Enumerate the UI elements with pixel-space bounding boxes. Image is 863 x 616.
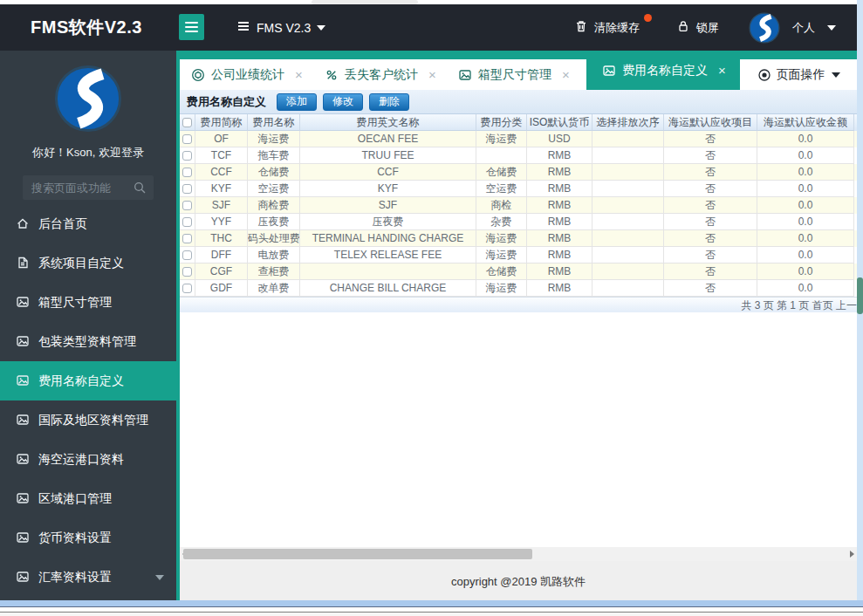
sidebar-toggle-button[interactable] (179, 14, 204, 40)
table-cell: RMB (527, 147, 592, 164)
table-cell: 0.0 (757, 214, 854, 230)
row-checkbox[interactable] (180, 280, 195, 297)
toolbar-button[interactable]: 删除 (369, 93, 409, 111)
home-icon (16, 216, 31, 231)
window-top-strip (0, 0, 863, 4)
bars-icon (236, 19, 250, 36)
tab-close-icon[interactable]: × (295, 68, 303, 81)
image-icon (16, 334, 31, 349)
row-checkbox[interactable] (180, 230, 195, 247)
column-header[interactable]: 费用英文名称 (300, 114, 476, 131)
toolbar-title: 费用名称自定义 (187, 94, 266, 110)
sidebar-item-label: 海空运港口资料 (38, 452, 124, 468)
page-operations-button[interactable]: 页面操作 (737, 59, 857, 90)
image-icon (16, 491, 31, 506)
table-cell: 0.0 (757, 131, 854, 147)
sidebar-item[interactable]: 区域港口管理 (0, 479, 176, 518)
table-cell: CGF (195, 264, 248, 280)
sidebar-item-label: 后台首页 (38, 216, 87, 232)
cube-icon (191, 68, 205, 82)
image-icon (458, 68, 472, 82)
table-cell: OECAN FEE (300, 131, 476, 147)
table-row[interactable]: GDF改单费CHANGE BILL CHARGE海运费RMB否0.0 (180, 280, 857, 297)
user-menu-dropdown[interactable]: 个人 (792, 20, 836, 36)
sidebar-item[interactable]: 后台首页 (0, 204, 176, 243)
table-cell: RMB (527, 181, 592, 197)
horizontal-scrollbar-thumb[interactable] (183, 549, 532, 559)
table-row[interactable]: OF海运费OECAN FEE海运费USD否0.0 (180, 131, 857, 147)
lock-screen-button[interactable]: 锁屏 (676, 19, 719, 36)
column-header[interactable]: 费用简称 (195, 114, 248, 131)
scroll-right-arrow-icon[interactable] (850, 551, 854, 558)
horizontal-scrollbar[interactable] (180, 547, 857, 561)
tab-close-icon[interactable]: × (718, 64, 726, 77)
tab[interactable]: 丢失客户统计× (325, 59, 436, 90)
column-header[interactable]: ISO默认货币 (527, 114, 592, 131)
column-header[interactable]: 费用分类 (476, 114, 527, 131)
table-row[interactable]: THC码头处理费TERMINAL HANDING CHARGE海运费RMB否0.… (180, 230, 857, 247)
row-checkbox[interactable] (180, 264, 195, 280)
radio-icon (757, 68, 771, 81)
table-cell: RMB (527, 197, 592, 214)
table-cell: DFF (195, 247, 248, 264)
pagination-bar[interactable]: 共 3 页 第 1 页 首页 上一 (180, 297, 857, 312)
pagination-text[interactable]: 共 3 页 第 1 页 首页 上一 (741, 299, 857, 311)
column-header[interactable]: 海运默认应收项目 (664, 114, 757, 131)
tab-close-icon[interactable]: × (428, 68, 436, 81)
row-checkbox[interactable] (180, 147, 195, 164)
chevron-down-icon (155, 575, 164, 580)
sidebar-item-label: 箱型尺寸管理 (38, 295, 112, 311)
table-row[interactable]: KYF空运费KYF空运费RMB否0.0 (180, 181, 857, 197)
search-icon (133, 181, 147, 198)
tab-label: 费用名称自定义 (622, 63, 708, 79)
table-row[interactable]: TCF拖车费TRUU FEERMB否0.0 (180, 147, 857, 164)
table-row[interactable]: DFF电放费TELEX RELEASE FEE海运费RMB否0.0 (180, 247, 857, 264)
chevron-down-icon (832, 72, 840, 78)
sidebar-item[interactable]: 包装类型资料管理 (0, 322, 176, 361)
table-cell: 0.0 (757, 280, 854, 297)
column-header[interactable]: 费用名称 (248, 114, 300, 131)
table-cell: 否 (664, 214, 757, 230)
table-cell: 查柜费 (248, 264, 300, 280)
row-checkbox[interactable] (180, 164, 195, 181)
toolbar-button[interactable]: 添加 (277, 93, 317, 111)
tab-label: 公司业绩统计 (211, 67, 284, 83)
sidebar-item[interactable]: 汇率资料设置 (0, 558, 176, 597)
sidebar-item-label: 区域港口管理 (38, 491, 112, 507)
notification-dot (644, 14, 652, 22)
row-checkbox[interactable] (180, 247, 195, 264)
row-checkbox[interactable] (180, 214, 195, 230)
table-cell (592, 164, 664, 181)
user-avatar-logo (749, 12, 780, 44)
window-right-edge (857, 0, 863, 607)
table-row[interactable]: SJF商检费SJF商检RMB否0.0 (180, 197, 857, 214)
select-all-checkbox[interactable] (180, 114, 195, 131)
tab[interactable]: 公司业绩统计× (191, 59, 303, 90)
column-header[interactable]: 选择排放次序 (592, 114, 664, 131)
column-header[interactable]: 海运默认应收金额 (757, 114, 854, 131)
table-row[interactable]: CGF查柜费仓储费RMB否0.0 (180, 264, 857, 280)
row-checkbox[interactable] (180, 181, 195, 197)
sidebar-item[interactable]: 海空运港口资料 (0, 440, 176, 479)
sidebar-item[interactable]: 箱型尺寸管理 (0, 283, 176, 322)
clear-cache-button[interactable]: 清除缓存 (574, 19, 640, 36)
nav-menu-dropdown[interactable]: FMS V2.3 (236, 4, 325, 51)
table-cell: 否 (664, 181, 757, 197)
tab[interactable]: 费用名称自定义× (586, 51, 737, 90)
vertical-scrollbar-thumb[interactable] (857, 277, 863, 314)
table-row[interactable]: YYF压夜费压夜费杂费RMB否0.0 (180, 214, 857, 230)
sidebar-item[interactable]: 货币资料设置 (0, 518, 176, 558)
tab[interactable]: 箱型尺寸管理× (458, 59, 570, 90)
table-row[interactable]: CCF仓储费CCF仓储费RMB否0.0 (180, 164, 857, 181)
tab-close-icon[interactable]: × (562, 68, 570, 81)
row-checkbox[interactable] (180, 197, 195, 214)
sidebar-item[interactable]: 费用名称自定义 (0, 361, 176, 400)
sidebar-item[interactable]: 系统项目自定义 (0, 243, 176, 283)
table-cell: 杂费 (476, 214, 527, 230)
image-icon (16, 413, 31, 428)
sidebar-item[interactable]: 国际及地区资料管理 (0, 400, 176, 440)
toolbar-button[interactable]: 修改 (323, 93, 363, 111)
row-checkbox[interactable] (180, 131, 195, 147)
table-cell: 海运费 (476, 247, 527, 264)
table-cell (592, 131, 664, 147)
